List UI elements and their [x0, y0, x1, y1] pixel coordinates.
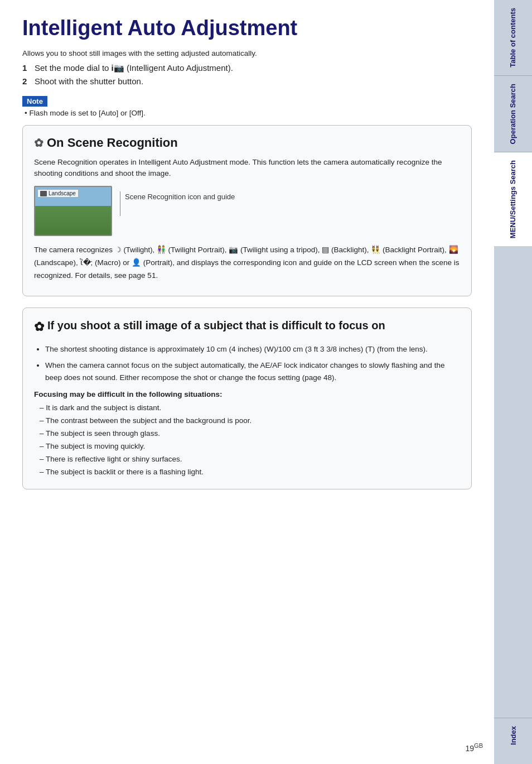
intro-text: Allows you to shoot still images with th… — [22, 49, 472, 57]
twilight-icon: ☽ (Twilight), — [115, 246, 157, 254]
situation-4: The subject is moving quickly. — [40, 440, 460, 453]
bullet-2: When the camera cannot focus on the subj… — [45, 359, 460, 383]
scene-recognition-body: Scene Recognition operates in Intelligen… — [34, 157, 460, 180]
situation-2: The contrast between the subject and the… — [40, 415, 460, 427]
scene-image: Landscape — [34, 186, 112, 236]
sidebar-tab-label-menu: MENU/Settings Search — [509, 160, 518, 238]
sidebar-tab-index[interactable]: Index — [494, 718, 532, 753]
note-text: • Flash mode is set to [Auto] or [Off]. — [22, 109, 472, 117]
sidebar-bottom: Index — [494, 246, 532, 764]
note-box: Note • Flash mode is set to [Auto] or [O… — [22, 96, 472, 117]
backlight-icon: ▤ (Backlight), — [322, 246, 371, 254]
caption-line — [120, 191, 120, 216]
situation-5: There is reflective light or shiny surfa… — [40, 453, 460, 466]
scene-recognition-box: ✿ On Scene Recognition Scene Recognition… — [22, 125, 472, 296]
sidebar-tab-label-toc: Table of contents — [509, 8, 518, 68]
focus-situations-list: It is dark and the subject is distant. T… — [34, 402, 460, 479]
sidebar-tab-label-operation: Operation Search — [509, 84, 518, 144]
backlight-portrait-icon: 👯 (Backlight Portrait), — [371, 246, 448, 254]
difficult-focus-icon: ✿ — [34, 319, 44, 335]
sidebar-tab-label-index: Index — [509, 726, 518, 745]
sidebar-tab-operation-search[interactable]: Operation Search — [494, 75, 532, 152]
bullet-1: The shortest shooting distance is approx… — [45, 343, 460, 355]
note-label: Note — [22, 96, 47, 107]
sidebar-tab-table-of-contents[interactable]: Table of contents — [494, 0, 532, 75]
scene-demo: Landscape Scene Recognition icon and gui… — [34, 186, 460, 236]
step-2-text: Shoot with the shutter button. — [35, 76, 143, 86]
overlay-text: Landscape — [49, 190, 76, 196]
situation-1: It is dark and the subject is distant. — [40, 402, 460, 415]
difficult-focus-title: ✿ If you shoot a still image of a subjec… — [34, 318, 460, 335]
scene-recognition-icon: ✿ — [34, 136, 43, 150]
scene-recognition-title: ✿ On Scene Recognition — [34, 136, 460, 150]
overlay-icon — [40, 191, 47, 196]
page-number: 19GB — [466, 742, 483, 753]
scene-caption: Scene Recognition icon and guide — [125, 190, 235, 201]
step-1-number: 1 — [22, 63, 31, 73]
situation-3: The subject is seen through glass. — [40, 427, 460, 440]
page-title: Intelligent Auto Adjustment — [22, 17, 472, 40]
step-1: 1 Set the mode dial to i📷 (Intelligent A… — [22, 63, 472, 73]
twilight-tripod-icon: 📷 (Twilight using a tripod), — [229, 246, 322, 254]
portrait-icon: 👤 (Portrait), — [132, 258, 177, 267]
sidebar-tab-menu-settings[interactable]: MENU/Settings Search — [494, 152, 532, 246]
step-1-text: Set the mode dial to i📷 (Intelligent Aut… — [35, 63, 233, 73]
difficult-focus-bullets: The shortest shooting distance is approx… — [34, 343, 460, 384]
step-2: 2 Shoot with the shutter button. — [22, 76, 472, 86]
camera-recognizes-text: The camera recognizes ☽ (Twilight), 👫 (T… — [34, 244, 460, 282]
sidebar: Table of contents Operation Search MENU/… — [494, 0, 532, 764]
step-2-number: 2 — [22, 76, 31, 86]
situation-6: The subject is backlit or there is a fla… — [40, 466, 460, 479]
difficult-focus-box: ✿ If you shoot a still image of a subjec… — [22, 307, 472, 489]
main-content: Intelligent Auto Adjustment Allows you t… — [0, 0, 494, 764]
scene-overlay: Landscape — [37, 189, 79, 198]
macro-icon: ἳ�; (Macro) or — [80, 258, 132, 267]
twilight-portrait-icon: 👫 (Twilight Portrait), — [157, 246, 229, 254]
focus-header: Focusing may be difficult in the followi… — [34, 390, 460, 398]
